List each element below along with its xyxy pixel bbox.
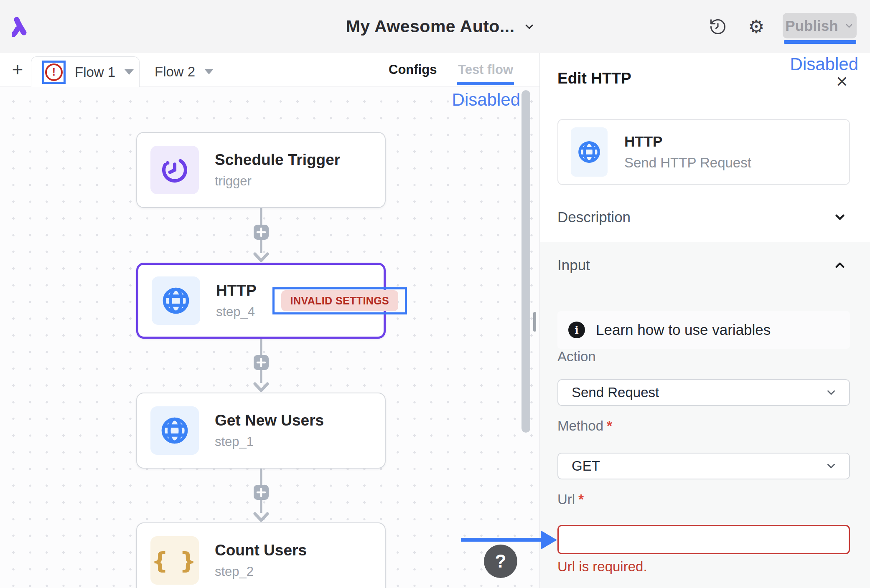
- action-select[interactable]: Send Request: [557, 379, 850, 406]
- chevron-down-icon: [825, 386, 837, 399]
- chevron-down-icon: [844, 21, 854, 31]
- test-flow-link[interactable]: Test flow: [458, 53, 513, 86]
- info-icon: i: [568, 322, 585, 338]
- action-label: Action: [557, 349, 596, 365]
- node-title: HTTP: [216, 282, 257, 299]
- node-subtitle: step_1: [215, 434, 324, 449]
- required-asterisk: *: [578, 492, 584, 507]
- braces-icon: { }: [151, 547, 198, 574]
- connector: [253, 469, 270, 522]
- flow-tab-bar: + ! Flow 1 Flow 2 Configs Test flow: [0, 53, 539, 86]
- flow-title-menu[interactable]: My Awesome Auto...: [346, 0, 536, 53]
- node-http[interactable]: HTTP step_4 INVALID SETTINGS: [136, 263, 386, 339]
- history-icon[interactable]: [708, 17, 728, 37]
- top-bar: My Awesome Auto... ⚙ Publish: [0, 0, 870, 53]
- node-subtitle: step_4: [216, 304, 257, 319]
- caret-down-icon[interactable]: [125, 69, 134, 75]
- flow-title: My Awesome Auto...: [346, 17, 515, 36]
- node-title: Get New Users: [215, 412, 324, 429]
- tab-flow-2[interactable]: Flow 2: [144, 56, 227, 87]
- tab-flow-1-label: Flow 1: [75, 64, 115, 80]
- publish-button[interactable]: Publish: [783, 13, 857, 38]
- step-card-title: HTTP: [624, 133, 751, 150]
- required-asterisk: *: [607, 418, 612, 433]
- tab-flow-2-label: Flow 2: [155, 64, 195, 80]
- panel-resize-handle[interactable]: [533, 312, 536, 332]
- arrow-down-icon: [255, 514, 267, 520]
- app-logo-icon[interactable]: [12, 17, 27, 37]
- add-flow-button[interactable]: +: [6, 56, 29, 82]
- chevron-down-icon: [825, 460, 837, 472]
- url-arrow-head-annotation: [541, 530, 557, 550]
- test-flow-underline-annotation: [457, 82, 514, 85]
- configs-link[interactable]: Configs: [389, 53, 437, 86]
- globe-icon: [159, 284, 193, 317]
- method-select[interactable]: GET: [557, 453, 850, 479]
- step-info-card: HTTP Send HTTP Request: [557, 119, 850, 185]
- globe-icon: [575, 138, 603, 166]
- error-icon: !: [45, 63, 63, 81]
- gear-icon[interactable]: ⚙: [746, 17, 766, 37]
- help-button[interactable]: ?: [484, 545, 517, 578]
- node-schedule-trigger[interactable]: Schedule Trigger trigger: [136, 132, 386, 208]
- clock-icon: [158, 154, 191, 186]
- learn-variables-link[interactable]: i Learn how to use variables: [557, 311, 850, 349]
- panel-title: Edit HTTP: [557, 70, 631, 87]
- canvas-scrollbar[interactable]: [521, 90, 530, 433]
- globe-icon: [158, 414, 191, 447]
- chevron-down-icon: [523, 20, 536, 33]
- error-annotation-box: !: [42, 61, 66, 84]
- step-card-subtitle: Send HTTP Request: [624, 155, 751, 171]
- invalid-settings-annotation-box: INVALID SETTINGS: [272, 287, 407, 314]
- method-label: Method*: [557, 418, 612, 434]
- chevron-down-icon: [833, 210, 847, 224]
- flow-canvas[interactable]: Disabled Schedule Trigger trigger: [0, 86, 539, 588]
- section-input[interactable]: Input: [540, 242, 870, 288]
- arrow-down-icon: [255, 384, 267, 390]
- node-title: Schedule Trigger: [215, 151, 340, 169]
- arrow-down-icon: [255, 254, 267, 261]
- chevron-up-icon: [833, 258, 847, 272]
- url-arrow-annotation: [461, 538, 542, 542]
- node-title: Count Users: [215, 542, 307, 559]
- panel-disabled-annotation: Disabled: [790, 54, 858, 74]
- input-section: Input i Learn how to use variables Actio…: [540, 242, 870, 588]
- node-count-users[interactable]: { } Count Users step_2: [136, 522, 386, 588]
- publish-underline-annotation: [784, 40, 856, 44]
- url-input[interactable]: [557, 525, 850, 554]
- node-get-new-users[interactable]: Get New Users step_1: [136, 393, 386, 469]
- connector: [253, 339, 270, 393]
- url-label: Url*: [557, 492, 584, 507]
- connector: [253, 208, 270, 263]
- node-subtitle: step_2: [215, 564, 307, 579]
- caret-down-icon[interactable]: [204, 69, 214, 74]
- canvas-disabled-annotation: Disabled: [452, 90, 520, 110]
- section-description[interactable]: Description: [540, 192, 870, 242]
- publish-label: Publish: [785, 18, 838, 34]
- tab-flow-1[interactable]: ! Flow 1: [31, 56, 140, 87]
- node-subtitle: trigger: [215, 174, 340, 189]
- invalid-settings-badge: INVALID SETTINGS: [281, 290, 399, 311]
- flow-builder-page: My Awesome Auto... ⚙ Publish Disabled + …: [0, 0, 870, 588]
- url-error-message: Url is required.: [557, 559, 647, 575]
- close-icon[interactable]: ✕: [836, 73, 848, 91]
- edit-step-panel: Disabled Edit HTTP ✕ HTTP Send HTTP Requ…: [539, 53, 870, 588]
